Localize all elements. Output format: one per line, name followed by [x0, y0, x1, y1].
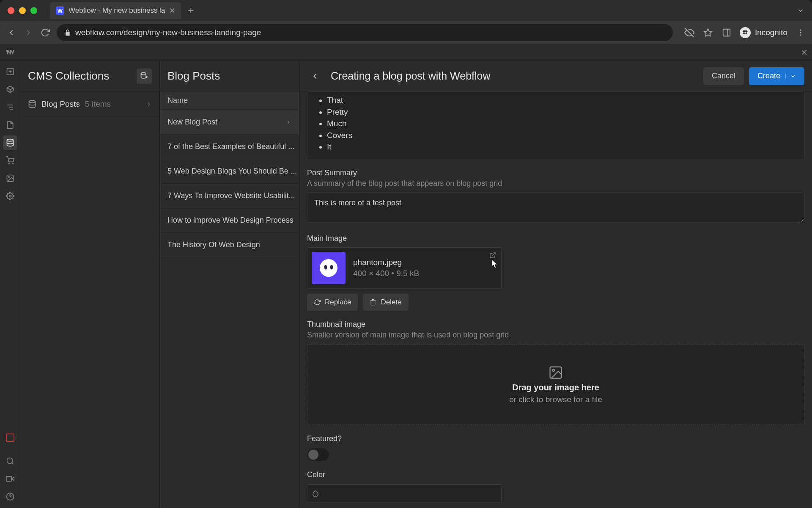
- svg-point-20: [7, 458, 12, 464]
- posts-column-header-label: Name: [167, 96, 188, 105]
- svg-point-3: [743, 32, 745, 34]
- svg-point-30: [320, 259, 337, 277]
- post-item-label: 5 Web Design Blogs You Should Be ...: [167, 167, 297, 176]
- svg-point-29: [29, 100, 36, 102]
- main-image-label: Main Image: [307, 234, 804, 243]
- box-icon[interactable]: [3, 82, 17, 97]
- browser-toolbar: webflow.com/design/my-new-business-landi…: [0, 21, 812, 44]
- ecommerce-icon[interactable]: [3, 153, 17, 168]
- svg-point-31: [324, 265, 327, 270]
- pages-icon[interactable]: [3, 118, 17, 132]
- window-close-button[interactable]: [8, 7, 14, 14]
- summary-textarea[interactable]: [307, 192, 804, 223]
- incognito-label: Incognito: [755, 28, 787, 37]
- thumbnail-dropzone[interactable]: Drag your image here or click to browse …: [307, 345, 804, 425]
- posts-title: Blog Posts: [167, 69, 220, 83]
- incognito-eye-icon[interactable]: [684, 27, 695, 38]
- image-thumbnail: [312, 252, 346, 284]
- svg-point-14: [7, 139, 13, 141]
- nav-back-button[interactable]: [6, 27, 17, 38]
- list-item: It: [327, 141, 795, 153]
- panel-close-button[interactable]: ✕: [801, 47, 808, 58]
- svg-point-32: [330, 265, 333, 270]
- browser-menu-icon[interactable]: [795, 27, 806, 38]
- search-icon[interactable]: [3, 454, 17, 468]
- open-external-icon[interactable]: [489, 252, 496, 259]
- navigator-icon[interactable]: [3, 100, 17, 114]
- editor-back-button[interactable]: [307, 68, 323, 84]
- traffic-lights: [8, 7, 37, 14]
- create-dropdown-icon[interactable]: [785, 73, 796, 79]
- replace-label: Replace: [325, 298, 351, 306]
- svg-point-5: [800, 30, 801, 31]
- image-filename: phantom.jpeg: [353, 258, 419, 267]
- svg-point-4: [746, 32, 748, 34]
- audit-indicator-icon[interactable]: [6, 433, 14, 442]
- chevron-right-icon: [285, 119, 291, 125]
- incognito-avatar-icon: [740, 27, 751, 38]
- window-zoom-button[interactable]: [30, 7, 37, 14]
- side-panel-icon[interactable]: [721, 27, 732, 38]
- list-item: Pretty: [327, 106, 795, 118]
- add-panel-icon[interactable]: [3, 64, 17, 79]
- main-image-card[interactable]: phantom.jpeg 400 × 400 • 9.5 kB: [307, 247, 502, 289]
- lock-icon: [64, 29, 71, 36]
- post-item[interactable]: 7 Ways To Improve Website Usabilit...: [160, 184, 299, 208]
- toggle-knob: [308, 450, 318, 460]
- post-item-label: New Blog Post: [167, 118, 217, 127]
- color-input[interactable]: [307, 484, 502, 503]
- tab-title: Webflow - My new business la: [69, 6, 165, 15]
- post-item[interactable]: How to improve Web Design Process: [160, 208, 299, 233]
- post-item[interactable]: New Blog Post: [160, 110, 299, 135]
- color-label: Color: [307, 470, 804, 479]
- nav-reload-button[interactable]: [40, 27, 51, 38]
- post-item[interactable]: The History Of Web Design: [160, 233, 299, 257]
- posts-panel: Blog Posts Name New Blog Post 7 of the B…: [160, 61, 299, 508]
- collections-title: CMS Collections: [28, 69, 109, 83]
- featured-toggle[interactable]: [307, 448, 329, 461]
- post-item-label: The History Of Web Design: [167, 240, 260, 249]
- replace-image-button[interactable]: Replace: [307, 294, 358, 311]
- assets-icon[interactable]: [3, 171, 17, 185]
- webflow-logo-icon[interactable]: [4, 47, 16, 58]
- svg-point-19: [9, 195, 11, 197]
- svg-point-35: [553, 370, 555, 372]
- create-button[interactable]: Create: [749, 67, 804, 85]
- window-titlebar: W Webflow - My new business la ✕ +: [0, 0, 812, 21]
- svg-marker-22: [11, 477, 14, 480]
- collection-item-label: Blog Posts: [41, 99, 80, 109]
- bookmark-star-icon[interactable]: [702, 27, 713, 38]
- post-item-label: How to improve Web Design Process: [167, 216, 294, 225]
- image-dimensions: 400 × 400 • 9.5 kB: [353, 269, 419, 278]
- nav-forward-button[interactable]: [23, 27, 34, 38]
- profile-button[interactable]: Incognito: [740, 27, 787, 38]
- tabs-dropdown-icon[interactable]: [797, 7, 804, 14]
- new-tab-button[interactable]: +: [188, 5, 194, 17]
- delete-image-button[interactable]: Delete: [363, 294, 408, 311]
- tab-close-icon[interactable]: ✕: [169, 6, 175, 15]
- svg-point-6: [800, 32, 801, 33]
- post-item[interactable]: 5 Web Design Blogs You Should Be ...: [160, 159, 299, 184]
- dropzone-title: Drag your image here: [512, 383, 599, 392]
- video-icon[interactable]: [3, 472, 17, 486]
- collection-item-blog-posts[interactable]: Blog Posts 5 items: [20, 91, 159, 117]
- svg-rect-23: [6, 476, 11, 481]
- refresh-icon: [314, 299, 321, 306]
- settings-gear-icon[interactable]: [3, 189, 17, 203]
- svg-point-7: [800, 34, 801, 36]
- address-bar[interactable]: webflow.com/design/my-new-business-landi…: [57, 24, 673, 41]
- window-minimize-button[interactable]: [19, 7, 26, 14]
- list-item: That: [327, 94, 795, 106]
- svg-marker-0: [704, 29, 712, 36]
- post-body-editor[interactable]: That Pretty Much Covers It: [307, 91, 804, 159]
- add-collection-button[interactable]: [137, 69, 152, 84]
- cancel-button[interactable]: Cancel: [703, 67, 744, 85]
- browser-tab[interactable]: W Webflow - My new business la ✕: [50, 2, 181, 19]
- post-item[interactable]: 7 of the Best Examples of Beautiful ...: [160, 135, 299, 159]
- delete-label: Delete: [381, 298, 401, 306]
- image-placeholder-icon: [546, 365, 565, 380]
- help-icon[interactable]: [3, 489, 17, 504]
- post-item-label: 7 of the Best Examples of Beautiful ...: [167, 142, 294, 151]
- list-item: Much: [327, 118, 795, 130]
- cms-icon[interactable]: [3, 135, 17, 150]
